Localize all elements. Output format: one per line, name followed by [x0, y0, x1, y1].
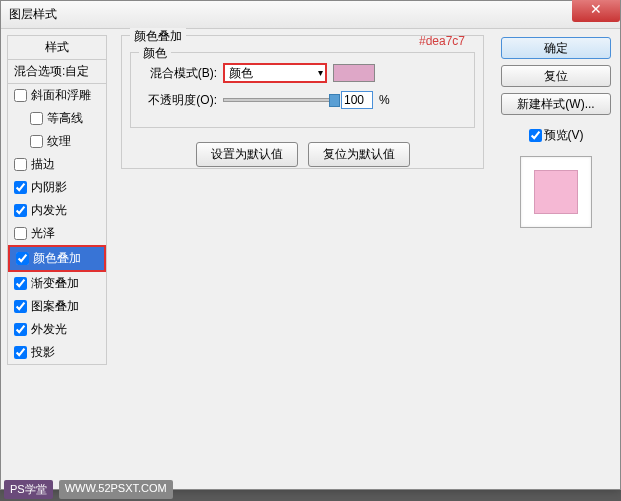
preview-box — [520, 156, 592, 228]
color-swatch[interactable] — [333, 64, 375, 82]
preview-swatch — [534, 170, 578, 214]
style-label: 描边 — [31, 156, 55, 173]
style-item-inner-glow[interactable]: 内发光 — [8, 199, 106, 222]
style-label: 图案叠加 — [31, 298, 79, 315]
style-item-outer-glow[interactable]: 外发光 — [8, 318, 106, 341]
checkbox-contour[interactable] — [30, 112, 43, 125]
checkbox-pattern-overlay[interactable] — [14, 300, 27, 313]
style-label: 斜面和浮雕 — [31, 87, 91, 104]
preview-checkbox[interactable] — [529, 129, 542, 142]
slider-thumb[interactable] — [329, 94, 340, 107]
blend-options-row[interactable]: 混合选项:自定 — [8, 60, 106, 84]
reset-default-button[interactable]: 复位为默认值 — [308, 142, 410, 167]
close-button[interactable]: ✕ — [572, 0, 620, 22]
watermark-name: PS学堂 — [4, 480, 53, 499]
checkbox-satin[interactable] — [14, 227, 27, 240]
style-item-pattern-overlay[interactable]: 图案叠加 — [8, 295, 106, 318]
style-label: 光泽 — [31, 225, 55, 242]
checkbox-inner-shadow[interactable] — [14, 181, 27, 194]
blend-mode-label: 混合模式(B): — [139, 65, 217, 82]
layer-style-dialog: 图层样式 ✕ 样式 混合选项:自定 斜面和浮雕 等高线 纹理 — [0, 0, 621, 490]
color-subgroup: 颜色 混合模式(B): 颜色 ▾ 不透明度(O): — [130, 52, 475, 128]
checkbox-texture[interactable] — [30, 135, 43, 148]
styles-header[interactable]: 样式 — [8, 36, 106, 60]
blend-mode-dropdown[interactable]: 颜色 ▾ — [223, 63, 327, 83]
color-overlay-group: 颜色叠加 #dea7c7 颜色 混合模式(B): 颜色 ▾ 不透明度(O): — [121, 35, 484, 169]
sub-title: 颜色 — [139, 45, 171, 62]
watermark-url: WWW.52PSXT.COM — [59, 480, 173, 499]
style-item-gradient-overlay[interactable]: 渐变叠加 — [8, 272, 106, 295]
opacity-input[interactable] — [341, 91, 373, 109]
dialog-title: 图层样式 — [9, 6, 57, 23]
ok-button[interactable]: 确定 — [501, 37, 611, 59]
settings-panel: 颜色叠加 #dea7c7 颜色 混合模式(B): 颜色 ▾ 不透明度(O): — [113, 29, 492, 489]
styles-group: 样式 混合选项:自定 斜面和浮雕 等高线 纹理 描边 — [7, 35, 107, 365]
style-label: 投影 — [31, 344, 55, 361]
blend-mode-row: 混合模式(B): 颜色 ▾ — [139, 63, 466, 83]
style-item-inner-shadow[interactable]: 内阴影 — [8, 176, 106, 199]
style-label: 纹理 — [47, 133, 71, 150]
style-label: 外发光 — [31, 321, 67, 338]
style-item-texture[interactable]: 纹理 — [8, 130, 106, 153]
style-label: 颜色叠加 — [33, 250, 81, 267]
blend-mode-value: 颜色 — [229, 65, 253, 82]
styles-list-panel: 样式 混合选项:自定 斜面和浮雕 等高线 纹理 描边 — [1, 29, 113, 489]
group-title: 颜色叠加 — [130, 28, 186, 45]
opacity-row: 不透明度(O): % — [139, 91, 466, 109]
style-item-color-overlay[interactable]: 颜色叠加 — [8, 245, 106, 272]
style-item-stroke[interactable]: 描边 — [8, 153, 106, 176]
actions-panel: 确定 复位 新建样式(W)... 预览(V) — [492, 29, 620, 489]
style-item-satin[interactable]: 光泽 — [8, 222, 106, 245]
percent-label: % — [379, 93, 390, 107]
titlebar: 图层样式 ✕ — [1, 1, 620, 29]
checkbox-gradient-overlay[interactable] — [14, 277, 27, 290]
style-label: 内阴影 — [31, 179, 67, 196]
reset-button[interactable]: 复位 — [501, 65, 611, 87]
style-item-drop-shadow[interactable]: 投影 — [8, 341, 106, 364]
preview-checkbox-row: 预览(V) — [529, 127, 584, 144]
checkbox-bevel[interactable] — [14, 89, 27, 102]
checkbox-color-overlay[interactable] — [16, 252, 29, 265]
preview-label: 预览(V) — [544, 127, 584, 144]
dialog-content: 样式 混合选项:自定 斜面和浮雕 等高线 纹理 描边 — [1, 29, 620, 489]
style-label: 内发光 — [31, 202, 67, 219]
hex-annotation: #dea7c7 — [419, 34, 465, 48]
watermark: PS学堂 WWW.52PSXT.COM — [4, 480, 173, 499]
opacity-slider[interactable] — [223, 98, 335, 102]
opacity-label: 不透明度(O): — [139, 92, 217, 109]
style-item-bevel[interactable]: 斜面和浮雕 — [8, 84, 106, 107]
checkbox-outer-glow[interactable] — [14, 323, 27, 336]
style-label: 等高线 — [47, 110, 83, 127]
style-label: 渐变叠加 — [31, 275, 79, 292]
checkbox-stroke[interactable] — [14, 158, 27, 171]
checkbox-drop-shadow[interactable] — [14, 346, 27, 359]
set-default-button[interactable]: 设置为默认值 — [196, 142, 298, 167]
checkbox-inner-glow[interactable] — [14, 204, 27, 217]
default-buttons-row: 设置为默认值 复位为默认值 — [130, 142, 475, 167]
style-item-contour[interactable]: 等高线 — [8, 107, 106, 130]
chevron-down-icon: ▾ — [318, 67, 323, 78]
new-style-button[interactable]: 新建样式(W)... — [501, 93, 611, 115]
